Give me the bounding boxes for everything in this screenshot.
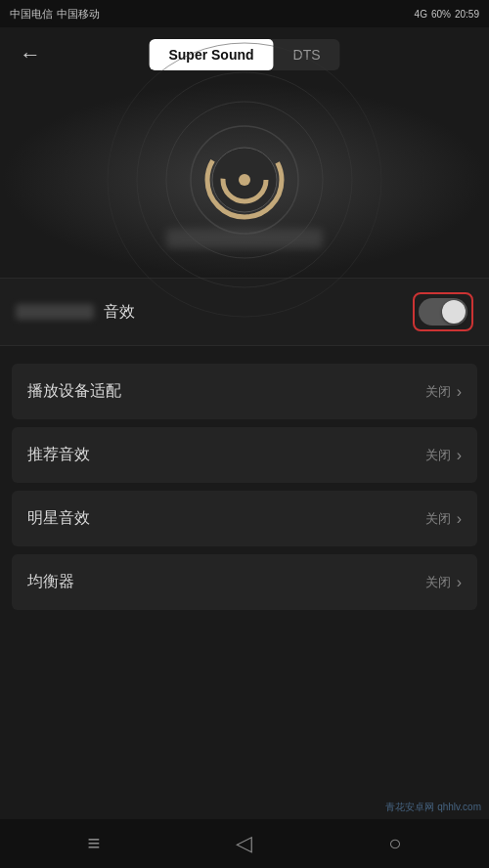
list-item-star-effect[interactable]: 明星音效 关闭 › [12, 491, 477, 546]
svg-point-7 [239, 174, 250, 186]
toggle-knob [442, 300, 466, 324]
menu-button[interactable]: ≡ [67, 823, 119, 864]
star-effect-status: 关闭 [425, 510, 451, 528]
battery-label: 60% [431, 9, 451, 20]
toggle-highlight [413, 292, 473, 331]
equalizer-right: 关闭 › [425, 574, 462, 591]
playback-device-right: 关闭 › [425, 383, 462, 401]
sound-effect-toggle[interactable] [419, 298, 467, 326]
home-button[interactable]: ○ [369, 823, 421, 864]
equalizer-label: 均衡器 [27, 572, 74, 592]
back-button[interactable]: ← [12, 34, 49, 75]
bottom-nav: ≡ ◁ ○ [0, 819, 489, 868]
status-left: 中国电信 中国移动 [10, 7, 100, 22]
app-logo [200, 136, 289, 224]
list-section: 播放设备适配 关闭 › 推荐音效 关闭 › 明星音效 关闭 › 均衡器 关闭 › [0, 346, 489, 628]
carrier1-label: 中国电信 [10, 7, 53, 22]
recommended-effect-label: 推荐音效 [27, 445, 90, 465]
star-effect-chevron: › [457, 510, 462, 528]
status-right: 4G 60% 20:59 [415, 9, 479, 20]
logo-area [0, 82, 489, 278]
time-label: 20:59 [455, 9, 479, 20]
star-effect-right: 关闭 › [425, 510, 462, 528]
equalizer-status: 关闭 [425, 574, 451, 591]
playback-device-status: 关闭 [425, 383, 451, 401]
watermark: 青花安卓网 qhhlv.com [385, 801, 481, 814]
recommended-effect-status: 关闭 [425, 447, 451, 464]
network-label: 4G [415, 9, 427, 20]
list-item-recommended-effect[interactable]: 推荐音效 关闭 › [12, 427, 477, 483]
equalizer-chevron: › [457, 574, 462, 591]
status-bar: 中国电信 中国移动 4G 60% 20:59 [0, 0, 489, 27]
logo-subtitle-blur [166, 229, 323, 248]
list-item-playback-device[interactable]: 播放设备适配 关闭 › [12, 364, 477, 419]
sound-label-blur [16, 304, 94, 320]
list-item-equalizer[interactable]: 均衡器 关闭 › [12, 554, 477, 610]
playback-device-chevron: › [457, 383, 462, 401]
recommended-effect-right: 关闭 › [425, 447, 462, 464]
playback-device-label: 播放设备适配 [27, 381, 121, 402]
recommended-effect-chevron: › [457, 447, 462, 464]
carrier2-label: 中国移动 [57, 7, 100, 22]
back-nav-button[interactable]: ◁ [216, 823, 272, 864]
star-effect-label: 明星音效 [27, 508, 90, 529]
